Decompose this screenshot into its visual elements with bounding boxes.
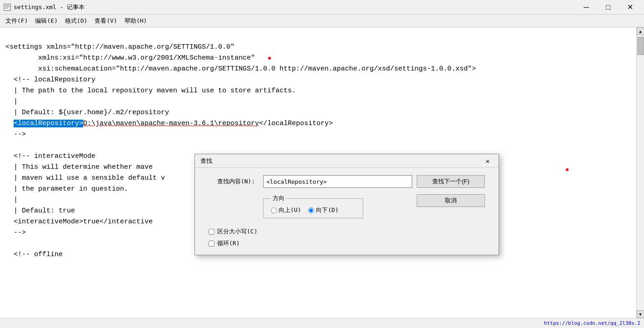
direction-legend: 方向 xyxy=(271,194,286,202)
case-sensitive-text: 区分大小写(C) xyxy=(217,227,257,236)
minimize-button[interactable]: ─ xyxy=(576,0,597,15)
line-5: | The path to the local repository maven… xyxy=(5,87,296,95)
menu-file[interactable]: 文件(F) xyxy=(2,15,31,27)
line-3: xsi:schemaLocation="http://maven.apache.… xyxy=(5,65,476,73)
find-dialog-title: 查找 xyxy=(200,157,482,165)
radio-down[interactable] xyxy=(308,207,314,213)
menu-bar: 文件(F) 编辑(E) 格式(O) 查看(V) 帮助(H) xyxy=(0,15,644,27)
find-dialog-body: 查找内容(N): 查找下一个(F) 方向 向上(U) 向下(D) xyxy=(195,168,499,255)
find-dialog-titlebar: 查找 ✕ xyxy=(195,154,499,168)
scrollbar-vertical[interactable]: ▲ ▼ xyxy=(636,27,644,318)
line-4: <!-- localRepository xyxy=(5,76,95,84)
line-8: <localRepository>D:\java\maven\apache-ma… xyxy=(5,120,333,127)
line-18: --> xyxy=(5,229,26,237)
radio-up-label[interactable]: 向上(U) xyxy=(271,206,301,214)
line-2: xmlns:xsi="http://www.w3.org/2001/XMLSch… xyxy=(5,54,255,62)
find-search-input[interactable] xyxy=(263,175,412,188)
app-icon xyxy=(4,4,11,11)
scroll-thumb[interactable] xyxy=(637,37,644,55)
line-11: <!-- interactiveMode xyxy=(5,152,95,160)
find-dialog: 查找 ✕ 查找内容(N): 查找下一个(F) 方向 向上(U) 向下(D) xyxy=(195,154,499,255)
line-17: <interactiveMode>true</interactive xyxy=(5,218,153,226)
find-next-button[interactable]: 查找下一个(F) xyxy=(417,175,485,188)
radio-up-text: 向上(U) xyxy=(279,206,301,214)
loop-text: 循环(R) xyxy=(217,239,240,247)
radio-up[interactable] xyxy=(271,207,277,213)
title-bar: settings.xml - 记事本 ─ □ ✕ xyxy=(0,0,644,15)
line-9: --> xyxy=(5,131,26,138)
red-dot-2 xyxy=(566,168,569,171)
scroll-down-arrow[interactable]: ▼ xyxy=(637,310,644,318)
status-bar: https://blog.csdn.net/qq_2l38s.I xyxy=(0,318,644,328)
find-options-area: 区分大小写(C) 循环(R) xyxy=(204,227,412,247)
svg-rect-0 xyxy=(4,4,10,10)
red-dot-1 xyxy=(268,57,271,60)
line-20: <!-- offline xyxy=(5,251,63,258)
line-15: | xyxy=(5,196,18,204)
case-sensitive-label[interactable]: 区分大小写(C) xyxy=(209,227,412,236)
loop-checkbox[interactable] xyxy=(209,241,215,247)
menu-format[interactable]: 格式(O) xyxy=(61,15,91,27)
window-controls: ─ □ ✕ xyxy=(576,0,640,15)
find-dialog-close-button[interactable]: ✕ xyxy=(482,156,493,167)
radio-down-label[interactable]: 向下(D) xyxy=(308,206,338,214)
line-7: | Default: ${user.home}/.m2/repository xyxy=(5,109,169,116)
menu-help[interactable]: 帮助(H) xyxy=(121,15,150,27)
line-16: | Default: true xyxy=(5,207,75,215)
menu-edit[interactable]: 编辑(E) xyxy=(31,15,61,27)
line-14: | the parameter in question. xyxy=(5,185,128,193)
loop-label[interactable]: 循环(R) xyxy=(209,239,412,247)
window-title: settings.xml - 记事本 xyxy=(14,3,576,11)
line-1: <settings xmlns="http://maven.apache.org… xyxy=(5,43,235,51)
direction-radio-group: 向上(U) 向下(D) xyxy=(271,206,355,214)
close-button[interactable]: ✕ xyxy=(619,0,640,15)
status-url: https://blog.csdn.net/qq_2l38s.I xyxy=(544,320,640,326)
line-12: | This will determine whether mave xyxy=(5,163,153,171)
maximize-button[interactable]: □ xyxy=(598,0,619,15)
scroll-up-arrow[interactable]: ▲ xyxy=(637,27,644,35)
case-sensitive-checkbox[interactable] xyxy=(209,229,215,235)
find-content-label: 查找内容(N): xyxy=(217,177,259,186)
line-13: | maven will use a sensible default v xyxy=(5,174,165,182)
radio-down-text: 向下(D) xyxy=(316,206,338,214)
find-cancel-button[interactable]: 取消 xyxy=(417,194,485,207)
line-6: | xyxy=(5,98,18,106)
menu-view[interactable]: 查看(V) xyxy=(91,15,120,27)
